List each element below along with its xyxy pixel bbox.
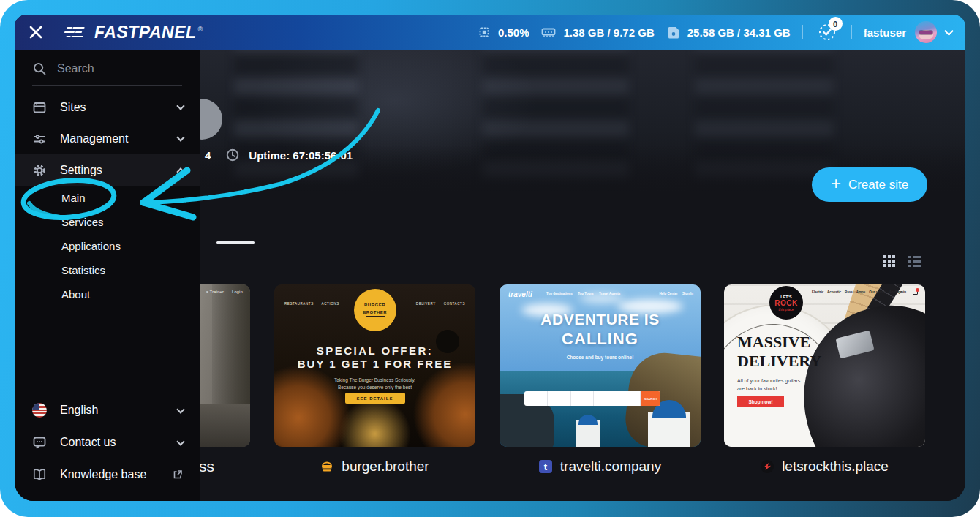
book-icon (32, 467, 47, 482)
travelti-thumb-nav-right: Help Center Sign In (659, 292, 693, 295)
letsrock-cta-button: Shop now! (737, 396, 784, 407)
logo-text: FASTPANEL® (94, 23, 203, 42)
chevron-down-icon (176, 102, 184, 110)
cpu-stat: 0.50% (477, 25, 529, 39)
travelti-headline-2: CALLING (500, 330, 701, 349)
ram-icon (540, 25, 557, 39)
search-input[interactable] (57, 62, 167, 75)
partial-tab-underline (216, 241, 255, 244)
submenu-item-services[interactable]: Services (15, 210, 200, 234)
letsrock-logo: LET'S ROCK this place (769, 286, 803, 320)
ram-stat: 1.38 GB / 9.72 GB (540, 25, 654, 39)
create-site-label: Create site (848, 178, 908, 192)
chevron-down-icon (176, 437, 184, 445)
knowledge-base-link[interactable]: Knowledge base (15, 458, 200, 491)
letsrock-subtext: All of your favourites guitars are back … (737, 377, 800, 393)
fitness-thumb-nav: a Trainer Login (206, 290, 243, 294)
burger-brother-logo: BURGER BROTHER (354, 289, 396, 331)
grid-view-icon[interactable] (883, 255, 895, 267)
tasks-indicator[interactable]: 0 (815, 20, 840, 45)
sidebar-bottom: English Contact us Knowled (15, 394, 200, 491)
language-selector[interactable]: English (15, 394, 200, 426)
travelti-logo: travelti (508, 290, 532, 298)
submenu-item-statistics[interactable]: Statistics (15, 258, 200, 282)
user-avatar (915, 21, 937, 43)
travelti-headline-1: ADVENTURE IS (500, 311, 701, 328)
cart-icon (913, 290, 918, 295)
sidebar: Sites Management (15, 50, 200, 501)
chevron-down-icon (176, 405, 184, 413)
cpu-value: 0.50% (498, 26, 529, 39)
burger-headline-1: SPECIAL OFFER: (274, 344, 475, 357)
topbar: FASTPANEL® 0.50% (15, 15, 965, 50)
submenu-item-applications[interactable]: Applications (15, 234, 200, 258)
site-name-travelti[interactable]: t travelti.company (500, 456, 701, 477)
submenu-item-main[interactable]: Main (15, 186, 200, 210)
site-card-letsrockthis[interactable]: LET'S ROCK this place Electric Acoustic … (724, 284, 925, 447)
letsrock-favicon (761, 460, 774, 473)
burger-thumb-nav-left: RESTAURANTS ACTIONS (284, 302, 339, 306)
site-name-partial[interactable]: ss (199, 456, 214, 477)
user-menu[interactable]: fastuser (864, 21, 952, 43)
letsrock-thumb-nav: Electric Acoustic Bass Amps Our stores A… (812, 290, 903, 294)
burger-thumb-nav-right: DELIVERY CONTACTS (416, 302, 465, 306)
site-card-burger-brother[interactable]: RESTAURANTS ACTIONS DELIVERY CONTACTS BU… (274, 284, 475, 447)
gear-icon (32, 163, 47, 178)
fastpanel-window: 4 Uptime: 67:05:56:01 + Create site (15, 15, 965, 501)
cpu-icon (477, 25, 491, 39)
fastpanel-logo-icon (63, 23, 88, 41)
view-toggles (883, 255, 921, 267)
submenu-item-about[interactable]: About (15, 282, 200, 306)
contact-us-item[interactable]: Contact us (15, 426, 200, 458)
us-flag-icon (32, 403, 47, 418)
settings-submenu: Main Services Applications Statistics Ab… (15, 186, 200, 306)
disk-stat: 25.58 GB / 34.31 GB (666, 25, 791, 39)
close-icon[interactable] (28, 24, 44, 40)
letsrock-thumb-nav-right: Sign in (895, 290, 906, 294)
burger-headline-2: BUY 1 GET 1 FOR FREE (274, 358, 475, 370)
disk-value: 25.58 GB / 34.31 GB (687, 26, 791, 39)
username: fastuser (864, 26, 906, 39)
sites-icon (32, 100, 47, 115)
disk-icon (666, 25, 681, 39)
travelti-favicon: t (539, 460, 552, 473)
travelti-search-bar: SEARCH (524, 391, 660, 406)
create-site-button[interactable]: + Create site (812, 167, 927, 202)
burger-subtext: Taking The Burger Business Seriously. Be… (274, 377, 475, 391)
fastpanel-logo[interactable]: FASTPANEL® (63, 23, 203, 42)
screenshot-stage: 4 Uptime: 67:05:56:01 + Create site (0, 0, 980, 517)
plus-icon: + (831, 173, 841, 194)
chat-icon (32, 435, 47, 450)
separator (851, 25, 852, 39)
site-name-burger-brother[interactable]: burger.brother (274, 456, 475, 477)
search-icon (32, 61, 47, 76)
sidebar-item-settings[interactable]: Settings (15, 154, 200, 186)
travelti-subtext: Choose and buy tours online! (500, 355, 701, 360)
site-name-letsrockthis[interactable]: letsrockthis.place (724, 456, 925, 477)
cpu-count: 4 (205, 149, 211, 162)
letsrock-headline: MASSIVE DELIVERY (737, 333, 821, 371)
separator (802, 25, 803, 39)
burger-favicon (320, 460, 333, 473)
ram-value: 1.38 GB / 9.72 GB (563, 26, 654, 39)
list-view-icon[interactable] (908, 256, 921, 267)
external-link-icon (172, 469, 184, 480)
chevron-up-icon (176, 167, 184, 176)
clock-icon (225, 148, 240, 162)
travelti-search-button: SEARCH (641, 391, 660, 406)
tasks-count-badge: 0 (829, 17, 843, 31)
management-icon (32, 132, 47, 146)
travelti-thumb-nav: Top destinations Top Tours Travel Agents (546, 292, 620, 295)
uptime-text: Uptime: 67:05:56:01 (249, 149, 353, 162)
burger-cta-button: SEE DETAILS (345, 393, 405, 404)
site-card-travelti[interactable]: travelti Top destinations Top Tours Trav… (500, 284, 701, 447)
server-stats-row: 4 Uptime: 67:05:56:01 (205, 148, 353, 162)
chevron-down-icon (944, 26, 954, 36)
sidebar-item-sites[interactable]: Sites (15, 91, 200, 123)
sidebar-search (32, 61, 182, 86)
chevron-down-icon (176, 133, 184, 141)
sidebar-item-management[interactable]: Management (15, 123, 200, 154)
